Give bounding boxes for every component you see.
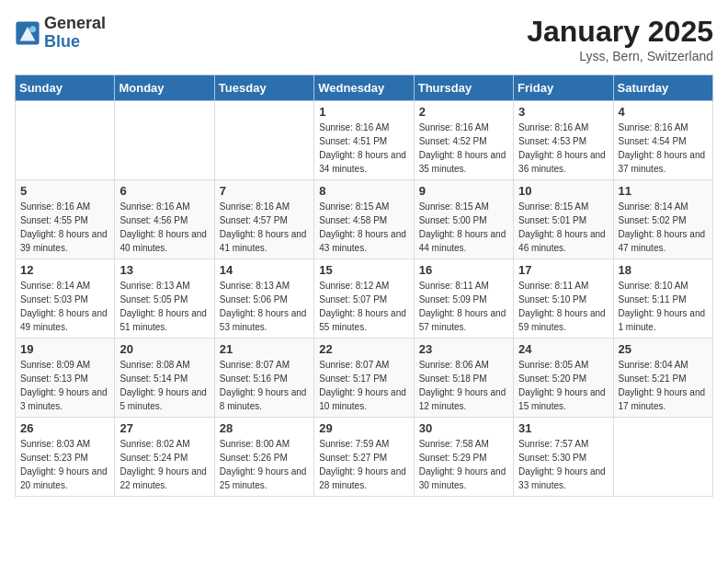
calendar-cell: 3Sunrise: 8:16 AMSunset: 4:53 PMDaylight… (514, 101, 613, 180)
day-number: 4 (619, 105, 708, 119)
calendar-cell: 2Sunrise: 8:16 AMSunset: 4:52 PMDaylight… (414, 101, 513, 180)
day-info: Sunrise: 8:11 AMSunset: 5:09 PMDaylight:… (419, 279, 508, 334)
day-info: Sunrise: 8:06 AMSunset: 5:18 PMDaylight:… (419, 358, 508, 413)
calendar-cell: 20Sunrise: 8:08 AMSunset: 5:14 PMDayligh… (115, 339, 214, 418)
day-number: 21 (220, 342, 309, 356)
calendar-cell (613, 418, 712, 497)
day-info: Sunrise: 8:12 AMSunset: 5:07 PMDaylight:… (319, 279, 408, 334)
day-number: 13 (119, 263, 209, 277)
day-number: 31 (518, 421, 608, 435)
weekday-header: Friday (514, 75, 613, 101)
day-info: Sunrise: 8:13 AMSunset: 5:05 PMDaylight:… (119, 279, 209, 334)
calendar-cell: 31Sunrise: 7:57 AMSunset: 5:30 PMDayligh… (514, 418, 613, 497)
calendar-cell: 16Sunrise: 8:11 AMSunset: 5:09 PMDayligh… (414, 259, 513, 339)
calendar-cell: 10Sunrise: 8:15 AMSunset: 5:01 PMDayligh… (514, 180, 613, 259)
weekday-header: Monday (115, 75, 214, 101)
day-number: 7 (220, 184, 309, 198)
day-number: 26 (20, 421, 109, 435)
calendar-cell: 24Sunrise: 8:05 AMSunset: 5:20 PMDayligh… (514, 339, 613, 418)
calendar-cell: 7Sunrise: 8:16 AMSunset: 4:57 PMDaylight… (214, 180, 313, 259)
day-info: Sunrise: 8:10 AMSunset: 5:11 PMDaylight:… (619, 279, 708, 334)
calendar-cell (115, 101, 214, 180)
logo: General Blue (15, 15, 106, 52)
day-number: 27 (119, 421, 209, 435)
calendar-cell: 11Sunrise: 8:14 AMSunset: 5:02 PMDayligh… (613, 180, 712, 259)
day-info: Sunrise: 8:09 AMSunset: 5:13 PMDaylight:… (20, 358, 109, 413)
day-info: Sunrise: 8:16 AMSunset: 4:53 PMDaylight:… (518, 121, 608, 176)
day-number: 3 (518, 105, 608, 119)
calendar-week-row: 12Sunrise: 8:14 AMSunset: 5:03 PMDayligh… (16, 259, 713, 339)
calendar-cell: 17Sunrise: 8:11 AMSunset: 5:10 PMDayligh… (514, 259, 613, 339)
calendar-week-row: 5Sunrise: 8:16 AMSunset: 4:55 PMDaylight… (16, 180, 713, 259)
day-number: 8 (319, 184, 408, 198)
calendar-cell: 23Sunrise: 8:06 AMSunset: 5:18 PMDayligh… (414, 339, 513, 418)
month-title: January 2025 (527, 15, 713, 49)
calendar-cell: 6Sunrise: 8:16 AMSunset: 4:56 PMDaylight… (115, 180, 214, 259)
calendar-cell: 9Sunrise: 8:15 AMSunset: 5:00 PMDaylight… (414, 180, 513, 259)
day-info: Sunrise: 8:03 AMSunset: 5:23 PMDaylight:… (20, 437, 109, 492)
calendar-cell: 19Sunrise: 8:09 AMSunset: 5:13 PMDayligh… (16, 339, 115, 418)
day-info: Sunrise: 8:14 AMSunset: 5:02 PMDaylight:… (619, 200, 708, 255)
day-info: Sunrise: 8:02 AMSunset: 5:24 PMDaylight:… (119, 437, 209, 492)
day-info: Sunrise: 8:16 AMSunset: 4:54 PMDaylight:… (619, 121, 708, 176)
day-info: Sunrise: 8:05 AMSunset: 5:20 PMDaylight:… (518, 358, 608, 413)
logo-general: General (44, 15, 106, 33)
calendar-cell: 4Sunrise: 8:16 AMSunset: 4:54 PMDaylight… (613, 101, 712, 180)
calendar-cell: 13Sunrise: 8:13 AMSunset: 5:05 PMDayligh… (115, 259, 214, 339)
day-info: Sunrise: 8:14 AMSunset: 5:03 PMDaylight:… (20, 279, 109, 334)
weekday-header: Thursday (414, 75, 513, 101)
calendar-cell (214, 101, 313, 180)
day-info: Sunrise: 8:13 AMSunset: 5:06 PMDaylight:… (220, 279, 309, 334)
logo-icon (15, 20, 40, 46)
page-header: General Blue January 2025 Lyss, Bern, Sw… (15, 15, 713, 63)
calendar-cell: 15Sunrise: 8:12 AMSunset: 5:07 PMDayligh… (314, 259, 414, 339)
day-info: Sunrise: 7:58 AMSunset: 5:29 PMDaylight:… (419, 437, 508, 492)
svg-point-2 (29, 26, 36, 32)
day-number: 24 (518, 342, 608, 356)
calendar-cell (16, 101, 115, 180)
calendar-cell: 14Sunrise: 8:13 AMSunset: 5:06 PMDayligh… (214, 259, 313, 339)
location: Lyss, Bern, Switzerland (527, 49, 713, 63)
day-info: Sunrise: 8:00 AMSunset: 5:26 PMDaylight:… (220, 437, 309, 492)
calendar-cell: 25Sunrise: 8:04 AMSunset: 5:21 PMDayligh… (613, 339, 712, 418)
calendar-cell: 21Sunrise: 8:07 AMSunset: 5:16 PMDayligh… (214, 339, 313, 418)
day-number: 29 (319, 421, 408, 435)
day-number: 20 (119, 342, 209, 356)
day-number: 10 (518, 184, 608, 198)
day-number: 6 (119, 184, 209, 198)
day-info: Sunrise: 8:04 AMSunset: 5:21 PMDaylight:… (619, 358, 708, 413)
day-number: 11 (619, 184, 708, 198)
calendar-week-row: 26Sunrise: 8:03 AMSunset: 5:23 PMDayligh… (16, 418, 713, 497)
calendar-cell: 27Sunrise: 8:02 AMSunset: 5:24 PMDayligh… (115, 418, 214, 497)
day-number: 17 (518, 263, 608, 277)
day-number: 12 (20, 263, 109, 277)
day-info: Sunrise: 8:07 AMSunset: 5:16 PMDaylight:… (220, 358, 309, 413)
day-number: 15 (319, 263, 408, 277)
calendar-cell: 5Sunrise: 8:16 AMSunset: 4:55 PMDaylight… (16, 180, 115, 259)
day-number: 19 (20, 342, 109, 356)
logo-text: General Blue (44, 15, 106, 52)
calendar-cell: 30Sunrise: 7:58 AMSunset: 5:29 PMDayligh… (414, 418, 513, 497)
calendar-cell: 22Sunrise: 8:07 AMSunset: 5:17 PMDayligh… (314, 339, 414, 418)
calendar-cell: 18Sunrise: 8:10 AMSunset: 5:11 PMDayligh… (613, 259, 712, 339)
title-section: January 2025 Lyss, Bern, Switzerland (527, 15, 713, 63)
day-info: Sunrise: 7:59 AMSunset: 5:27 PMDaylight:… (319, 437, 408, 492)
day-number: 14 (220, 263, 309, 277)
calendar-cell: 26Sunrise: 8:03 AMSunset: 5:23 PMDayligh… (16, 418, 115, 497)
day-info: Sunrise: 8:16 AMSunset: 4:55 PMDaylight:… (20, 200, 109, 255)
day-info: Sunrise: 8:07 AMSunset: 5:17 PMDaylight:… (319, 358, 408, 413)
calendar-table: SundayMondayTuesdayWednesdayThursdayFrid… (15, 75, 713, 497)
day-info: Sunrise: 8:15 AMSunset: 5:01 PMDaylight:… (518, 200, 608, 255)
day-info: Sunrise: 8:16 AMSunset: 4:52 PMDaylight:… (419, 121, 508, 176)
day-number: 30 (419, 421, 508, 435)
day-info: Sunrise: 8:11 AMSunset: 5:10 PMDaylight:… (518, 279, 608, 334)
calendar-cell: 8Sunrise: 8:15 AMSunset: 4:58 PMDaylight… (314, 180, 414, 259)
day-info: Sunrise: 8:16 AMSunset: 4:57 PMDaylight:… (220, 200, 309, 255)
weekday-header: Saturday (613, 75, 712, 101)
day-info: Sunrise: 8:15 AMSunset: 5:00 PMDaylight:… (419, 200, 508, 255)
weekday-header-row: SundayMondayTuesdayWednesdayThursdayFrid… (16, 75, 713, 101)
day-number: 2 (419, 105, 508, 119)
calendar-cell: 12Sunrise: 8:14 AMSunset: 5:03 PMDayligh… (16, 259, 115, 339)
weekday-header: Tuesday (214, 75, 313, 101)
calendar-cell: 28Sunrise: 8:00 AMSunset: 5:26 PMDayligh… (214, 418, 313, 497)
